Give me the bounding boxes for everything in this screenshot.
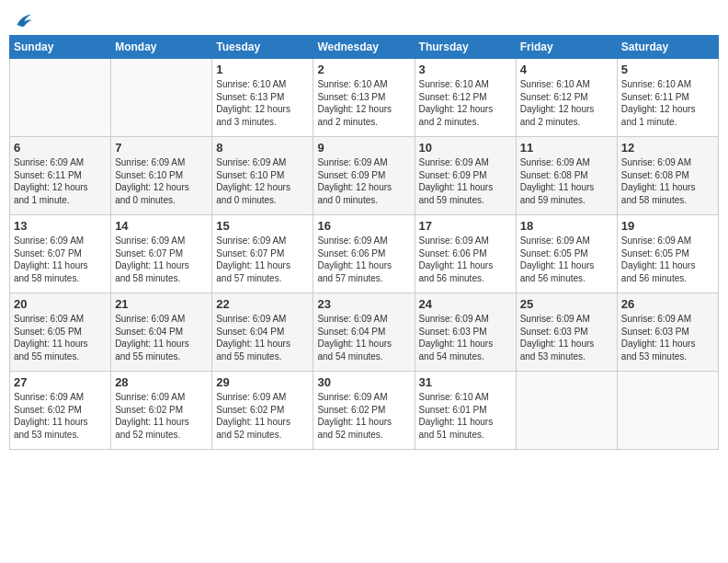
cell-info: Sunrise: 6:09 AM Sunset: 6:06 PM Dayligh… <box>317 235 410 284</box>
day-number: 3 <box>419 63 512 76</box>
day-number: 24 <box>419 297 512 311</box>
day-number: 16 <box>317 219 410 233</box>
column-header-wednesday: Wednesday <box>313 36 415 59</box>
calendar-cell <box>10 59 111 137</box>
cell-info: Sunrise: 6:10 AM Sunset: 6:11 PM Dayligh… <box>621 78 714 128</box>
calendar-cell: 13Sunrise: 6:09 AM Sunset: 6:07 PM Dayli… <box>10 215 111 293</box>
header-row: SundayMondayTuesdayWednesdayThursdayFrid… <box>10 36 719 59</box>
cell-info: Sunrise: 6:09 AM Sunset: 6:05 PM Dayligh… <box>14 313 107 362</box>
day-number: 27 <box>14 375 107 389</box>
calendar-cell: 5Sunrise: 6:10 AM Sunset: 6:11 PM Daylig… <box>617 59 718 137</box>
calendar-cell: 15Sunrise: 6:09 AM Sunset: 6:07 PM Dayli… <box>212 215 313 293</box>
day-number: 22 <box>216 297 309 311</box>
calendar-cell: 20Sunrise: 6:09 AM Sunset: 6:05 PM Dayli… <box>10 293 111 372</box>
calendar-cell: 24Sunrise: 6:09 AM Sunset: 6:03 PM Dayli… <box>415 293 516 372</box>
cell-info: Sunrise: 6:10 AM Sunset: 6:12 PM Dayligh… <box>419 78 512 128</box>
day-number: 19 <box>621 219 714 233</box>
column-header-saturday: Saturday <box>617 36 718 59</box>
day-number: 29 <box>216 375 309 389</box>
cell-info: Sunrise: 6:09 AM Sunset: 6:03 PM Dayligh… <box>520 313 613 362</box>
week-row-1: 1Sunrise: 6:10 AM Sunset: 6:13 PM Daylig… <box>10 59 719 137</box>
cell-info: Sunrise: 6:09 AM Sunset: 6:02 PM Dayligh… <box>115 391 208 441</box>
calendar-cell: 3Sunrise: 6:10 AM Sunset: 6:12 PM Daylig… <box>415 59 516 137</box>
day-number: 17 <box>419 219 512 233</box>
cell-info: Sunrise: 6:09 AM Sunset: 6:04 PM Dayligh… <box>216 313 309 362</box>
logo-bird-icon <box>11 9 33 31</box>
calendar-cell: 26Sunrise: 6:09 AM Sunset: 6:03 PM Dayli… <box>617 293 718 372</box>
calendar-cell: 10Sunrise: 6:09 AM Sunset: 6:09 PM Dayli… <box>415 137 516 215</box>
cell-info: Sunrise: 6:09 AM Sunset: 6:04 PM Dayligh… <box>115 313 208 362</box>
cell-info: Sunrise: 6:09 AM Sunset: 6:02 PM Dayligh… <box>14 391 107 441</box>
column-header-tuesday: Tuesday <box>212 36 313 59</box>
day-number: 7 <box>115 141 208 155</box>
cell-info: Sunrise: 6:09 AM Sunset: 6:02 PM Dayligh… <box>216 391 309 441</box>
cell-info: Sunrise: 6:09 AM Sunset: 6:05 PM Dayligh… <box>520 235 613 284</box>
cell-info: Sunrise: 6:09 AM Sunset: 6:09 PM Dayligh… <box>317 156 410 206</box>
column-header-friday: Friday <box>516 36 617 59</box>
calendar-cell: 23Sunrise: 6:09 AM Sunset: 6:04 PM Dayli… <box>313 293 415 372</box>
calendar-cell: 8Sunrise: 6:09 AM Sunset: 6:10 PM Daylig… <box>212 137 313 215</box>
cell-info: Sunrise: 6:09 AM Sunset: 6:07 PM Dayligh… <box>115 235 208 284</box>
calendar-cell: 14Sunrise: 6:09 AM Sunset: 6:07 PM Dayli… <box>111 215 212 293</box>
calendar-cell: 27Sunrise: 6:09 AM Sunset: 6:02 PM Dayli… <box>10 372 111 450</box>
calendar-cell: 22Sunrise: 6:09 AM Sunset: 6:04 PM Dayli… <box>212 293 313 372</box>
cell-info: Sunrise: 6:10 AM Sunset: 6:01 PM Dayligh… <box>419 391 512 441</box>
calendar-cell: 9Sunrise: 6:09 AM Sunset: 6:09 PM Daylig… <box>313 137 415 215</box>
page-header <box>9 9 719 28</box>
cell-info: Sunrise: 6:09 AM Sunset: 6:08 PM Dayligh… <box>520 156 613 206</box>
day-number: 15 <box>216 219 309 233</box>
day-number: 18 <box>520 219 613 233</box>
calendar-cell: 18Sunrise: 6:09 AM Sunset: 6:05 PM Dayli… <box>516 215 617 293</box>
cell-info: Sunrise: 6:10 AM Sunset: 6:13 PM Dayligh… <box>216 78 309 128</box>
cell-info: Sunrise: 6:09 AM Sunset: 6:10 PM Dayligh… <box>216 156 309 206</box>
day-number: 11 <box>520 141 613 155</box>
calendar-cell: 12Sunrise: 6:09 AM Sunset: 6:08 PM Dayli… <box>617 137 718 215</box>
day-number: 30 <box>317 375 410 389</box>
calendar-cell: 6Sunrise: 6:09 AM Sunset: 6:11 PM Daylig… <box>10 137 111 215</box>
calendar-cell: 28Sunrise: 6:09 AM Sunset: 6:02 PM Dayli… <box>111 372 212 450</box>
calendar-cell: 21Sunrise: 6:09 AM Sunset: 6:04 PM Dayli… <box>111 293 212 372</box>
calendar-cell: 4Sunrise: 6:10 AM Sunset: 6:12 PM Daylig… <box>516 59 617 137</box>
calendar-cell: 31Sunrise: 6:10 AM Sunset: 6:01 PM Dayli… <box>415 372 516 450</box>
calendar-cell: 2Sunrise: 6:10 AM Sunset: 6:13 PM Daylig… <box>313 59 415 137</box>
week-row-5: 27Sunrise: 6:09 AM Sunset: 6:02 PM Dayli… <box>10 372 719 450</box>
calendar-cell: 16Sunrise: 6:09 AM Sunset: 6:06 PM Dayli… <box>313 215 415 293</box>
day-number: 4 <box>520 63 613 76</box>
cell-info: Sunrise: 6:09 AM Sunset: 6:06 PM Dayligh… <box>419 235 512 284</box>
cell-info: Sunrise: 6:09 AM Sunset: 6:02 PM Dayligh… <box>317 391 410 441</box>
week-row-2: 6Sunrise: 6:09 AM Sunset: 6:11 PM Daylig… <box>10 137 719 215</box>
cell-info: Sunrise: 6:10 AM Sunset: 6:13 PM Dayligh… <box>317 78 410 128</box>
day-number: 20 <box>14 297 107 311</box>
column-header-thursday: Thursday <box>415 36 516 59</box>
day-number: 23 <box>317 297 410 311</box>
cell-info: Sunrise: 6:09 AM Sunset: 6:08 PM Dayligh… <box>621 156 714 206</box>
calendar-cell <box>516 372 617 450</box>
day-number: 6 <box>14 141 107 155</box>
day-number: 10 <box>419 141 512 155</box>
week-row-4: 20Sunrise: 6:09 AM Sunset: 6:05 PM Dayli… <box>10 293 719 372</box>
column-header-monday: Monday <box>111 36 212 59</box>
day-number: 5 <box>621 63 714 76</box>
cell-info: Sunrise: 6:09 AM Sunset: 6:03 PM Dayligh… <box>419 313 512 362</box>
cell-info: Sunrise: 6:09 AM Sunset: 6:11 PM Dayligh… <box>14 156 107 206</box>
day-number: 8 <box>216 141 309 155</box>
calendar-table: SundayMondayTuesdayWednesdayThursdayFrid… <box>9 35 719 450</box>
calendar-cell: 7Sunrise: 6:09 AM Sunset: 6:10 PM Daylig… <box>111 137 212 215</box>
column-header-sunday: Sunday <box>10 36 111 59</box>
day-number: 25 <box>520 297 613 311</box>
cell-info: Sunrise: 6:09 AM Sunset: 6:05 PM Dayligh… <box>621 235 714 284</box>
day-number: 14 <box>115 219 208 233</box>
calendar-cell: 29Sunrise: 6:09 AM Sunset: 6:02 PM Dayli… <box>212 372 313 450</box>
calendar-cell: 11Sunrise: 6:09 AM Sunset: 6:08 PM Dayli… <box>516 137 617 215</box>
day-number: 1 <box>216 63 309 76</box>
calendar-cell <box>617 372 718 450</box>
calendar-cell: 25Sunrise: 6:09 AM Sunset: 6:03 PM Dayli… <box>516 293 617 372</box>
logo <box>9 9 33 28</box>
calendar-cell: 1Sunrise: 6:10 AM Sunset: 6:13 PM Daylig… <box>212 59 313 137</box>
cell-info: Sunrise: 6:09 AM Sunset: 6:04 PM Dayligh… <box>317 313 410 362</box>
calendar-cell <box>111 59 212 137</box>
cell-info: Sunrise: 6:09 AM Sunset: 6:10 PM Dayligh… <box>115 156 208 206</box>
calendar-cell: 30Sunrise: 6:09 AM Sunset: 6:02 PM Dayli… <box>313 372 415 450</box>
calendar-cell: 19Sunrise: 6:09 AM Sunset: 6:05 PM Dayli… <box>617 215 718 293</box>
day-number: 12 <box>621 141 714 155</box>
